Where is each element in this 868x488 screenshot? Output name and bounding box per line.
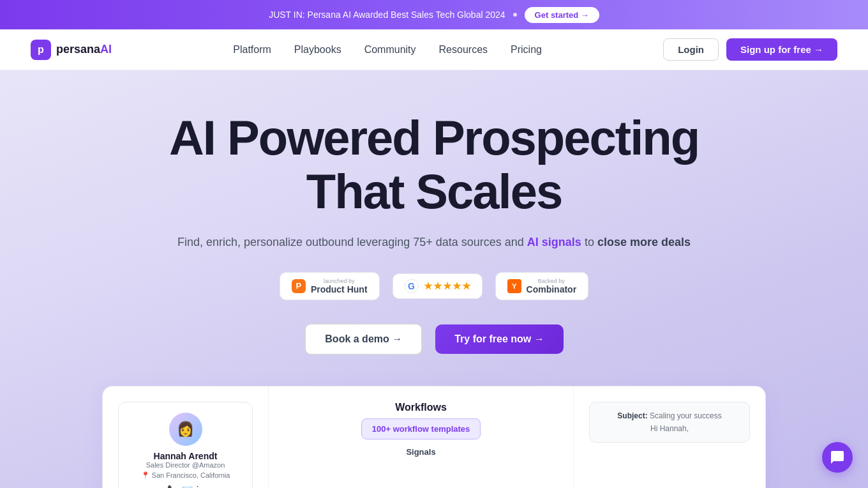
profile-name: Hannah Arendt — [154, 451, 218, 461]
hero-subtitle-bold: close more deals — [597, 236, 691, 248]
star-5: ★ — [462, 280, 470, 292]
ph-sublabel: launched by — [311, 278, 368, 284]
profile-social-icons: 📞 ✉️ in — [167, 485, 204, 488]
hero-title-line1: AI Powered Prospecting — [169, 111, 699, 165]
signup-button[interactable]: Sign up for free → — [726, 38, 837, 61]
email-preview-card: Subject: Scaling your success Hi Hannah, — [589, 402, 750, 443]
chat-widget[interactable] — [822, 442, 853, 473]
hero-subtitle-normal1: Find, enrich, personalize outbound lever… — [177, 236, 524, 248]
logo-mark: p — [31, 40, 51, 60]
hero-subtitle-highlight: AI signals — [527, 236, 581, 248]
nav-pricing[interactable]: Pricing — [511, 44, 542, 56]
announcement-dot — [513, 13, 517, 17]
book-demo-button[interactable]: Book a demo → — [304, 323, 423, 355]
yc-icon: Y — [507, 279, 521, 293]
profile-card: 👩 Hannah Arendt Sales Director @Amazon 📍… — [118, 402, 253, 488]
yc-labels: Backed by Combinator — [527, 278, 577, 294]
dashboard-preview: 👩 Hannah Arendt Sales Director @Amazon 📍… — [102, 386, 766, 488]
hero-subtitle-normal2: to — [585, 236, 594, 248]
yc-sublabel: Backed by — [527, 278, 577, 284]
yc-label: Combinator — [527, 284, 577, 294]
logo-text: persanaAI — [56, 43, 112, 56]
signals-label: Signals — [284, 447, 558, 457]
preview-workflows-section: Workflows 100+ workflow templates Signal… — [269, 386, 574, 488]
star-4: ★ — [453, 280, 461, 292]
hero-title: AI Powered Prospecting That Scales — [26, 111, 842, 218]
location-pin-icon: 📍 — [141, 471, 150, 480]
cta-row: Book a demo → Try for free now → — [26, 323, 842, 355]
main-nav: p persanaAI Platform Playbooks Community… — [0, 29, 868, 70]
nav-links: Platform Playbooks Community Resources P… — [233, 44, 542, 56]
yc-badge: Y Backed by Combinator — [495, 272, 589, 300]
nav-playbooks[interactable]: Playbooks — [294, 44, 341, 56]
google-rating-badge: G ★ ★ ★ ★ ★ — [393, 273, 483, 299]
workflow-templates-badge: 100+ workflow templates — [361, 418, 481, 439]
email-icon: ✉️ — [182, 485, 193, 488]
product-hunt-badge: P launched by Product Hunt — [280, 272, 380, 300]
hero-title-line2: That Scales — [306, 164, 562, 218]
nav-platform[interactable]: Platform — [233, 44, 271, 56]
email-body: Hi Hannah, — [599, 424, 740, 433]
ph-icon: P — [292, 279, 306, 293]
hero-subtitle: Find, enrich, personalize outbound lever… — [26, 233, 842, 252]
email-subject-text: Scaling your success — [650, 411, 722, 420]
preview-profile-section: 👩 Hannah Arendt Sales Director @Amazon 📍… — [103, 386, 269, 488]
linkedin-icon: in — [197, 485, 204, 488]
nav-resources[interactable]: Resources — [439, 44, 488, 56]
announcement-bar: JUST IN: Persana AI Awarded Best Sales T… — [0, 0, 868, 29]
g-icon: G — [405, 279, 419, 293]
nav-community[interactable]: Community — [364, 44, 416, 56]
email-subject-label: Subject: — [617, 411, 647, 420]
login-button[interactable]: Login — [663, 38, 719, 61]
try-free-button[interactable]: Try for free now → — [435, 324, 563, 354]
star-rating: ★ ★ ★ ★ ★ — [424, 280, 470, 292]
chat-icon — [830, 450, 845, 465]
profile-location: 📍 San Francisco, California — [141, 471, 230, 480]
logo-ai: AI — [100, 43, 112, 56]
hero-section: AI Powered Prospecting That Scales Find,… — [0, 70, 868, 488]
announcement-cta-button[interactable]: Get started → — [525, 7, 599, 23]
star-2: ★ — [433, 280, 442, 292]
email-subject-line: Subject: Scaling your success — [599, 411, 740, 420]
badge-row: P launched by Product Hunt G ★ ★ ★ ★ ★ Y… — [26, 272, 842, 300]
ph-labels: launched by Product Hunt — [311, 278, 368, 294]
nav-actions: Login Sign up for free → — [663, 38, 837, 61]
avatar: 👩 — [169, 413, 202, 446]
preview-email-section: Subject: Scaling your success Hi Hannah, — [574, 386, 765, 488]
ph-label: Product Hunt — [311, 284, 368, 294]
logo-persana: persana — [56, 43, 100, 56]
workflows-title: Workflows — [284, 402, 558, 413]
announcement-text: JUST IN: Persana AI Awarded Best Sales T… — [269, 10, 505, 20]
star-1: ★ — [424, 280, 432, 292]
profile-role: Sales Director @Amazon — [146, 461, 225, 469]
phone-icon: 📞 — [167, 485, 178, 488]
logo[interactable]: p persanaAI — [31, 40, 112, 60]
star-3: ★ — [443, 280, 451, 292]
